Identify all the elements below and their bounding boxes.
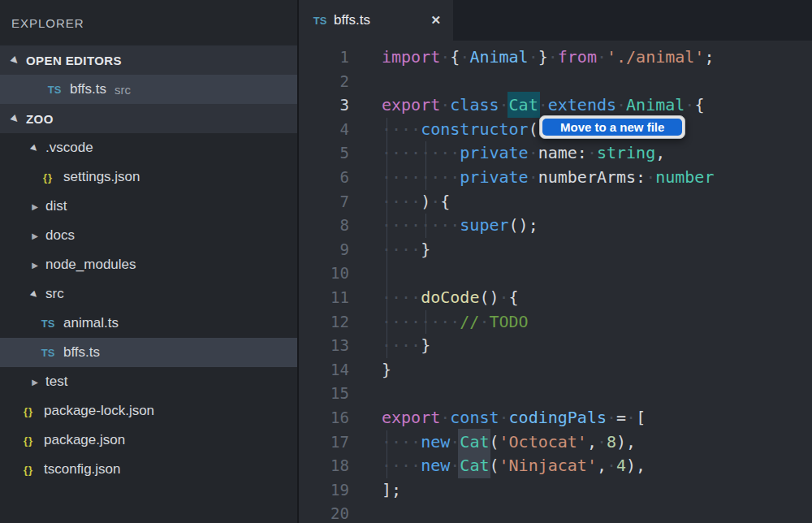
code-line-7: 7····)·{ [299, 190, 812, 214]
code-token: ···· [382, 119, 421, 139]
item-label: OPEN EDITORS [26, 54, 122, 67]
explorer-sidebar: EXPLORER ▶OPEN EDITORSTSbffs.tssrc▶ZOO▶.… [0, 0, 297, 523]
code-token: ; [704, 47, 714, 67]
sidebar-item-node-modules[interactable]: ▶node_modules [0, 250, 297, 279]
line-number: 7 [299, 190, 349, 214]
code-token: class [450, 95, 499, 115]
indent-guide [387, 238, 387, 262]
code-token: · [538, 95, 548, 115]
sidebar-item-docs[interactable]: ▶docs [0, 221, 297, 250]
sidebar-item-bffs-ts[interactable]: TSbffs.tssrc [0, 75, 297, 104]
tab-title: bffs.ts [334, 12, 370, 28]
code-token: private [460, 167, 528, 187]
item-label: .vscode [45, 140, 93, 156]
chevron-expanded-icon[interactable]: ▶ [28, 140, 42, 155]
code-token: new [421, 432, 450, 452]
chevron-collapsed-icon[interactable]: ▶ [29, 231, 41, 240]
code-token: · [597, 432, 607, 452]
code-token: ( [489, 456, 499, 475]
sidebar-item-settings-json[interactable]: {}settings.json [0, 162, 297, 192]
code-line-5: 5········private·name:·string, [299, 141, 812, 166]
code-token: export [382, 408, 440, 427]
item-label: animal.ts [63, 315, 119, 331]
sidebar-item-package-json[interactable]: {}package.json [0, 426, 297, 455]
code-token: · [430, 192, 440, 211]
chevron-collapsed-icon[interactable]: ▶ [29, 202, 41, 211]
indent-guide [387, 286, 387, 310]
code-line-15: 15 [299, 382, 812, 406]
chevron-expanded-icon[interactable]: ▶ [28, 287, 42, 301]
code-token: { [509, 287, 519, 307]
code-token: · [646, 167, 655, 187]
line-number: 20 [299, 502, 349, 523]
code-token: · [607, 408, 616, 427]
code-token: = [616, 408, 626, 427]
code-token: · [499, 287, 509, 307]
code-line-3: 3export·class·Cat·extends·Animal·{ [299, 93, 812, 118]
close-tab-icon[interactable]: ✕ [430, 13, 441, 28]
chevron-collapsed-icon[interactable]: ▶ [29, 261, 41, 270]
sidebar-item-animal-ts[interactable]: TSanimal.ts [0, 309, 297, 338]
line-number: 9 [299, 238, 349, 262]
section-header-open-editors[interactable]: ▶OPEN EDITORS [0, 45, 297, 75]
code-token: · [440, 95, 450, 115]
code-token: [ [636, 408, 646, 427]
typescript-file-icon: TS [39, 347, 57, 359]
chevron-expanded-icon[interactable]: ▶ [8, 53, 23, 67]
explorer-tree: ▶OPEN EDITORSTSbffs.tssrc▶ZOO▶.vscode{}s… [0, 45, 297, 484]
code-editor[interactable]: 1import·{·Animal·}·from·'./animal';23exp… [299, 41, 812, 523]
code-token: () [479, 287, 499, 307]
sidebar-item-src[interactable]: ▶src [0, 279, 297, 309]
code-token: · [626, 408, 636, 427]
code-action-move-to-new-file[interactable]: Move to a new file [542, 119, 682, 136]
sidebar-item-tsconfig-json[interactable]: {}tsconfig.json [0, 455, 297, 484]
code-token: TODO [489, 312, 528, 331]
code-token: // [460, 312, 479, 331]
json-file-icon: {} [39, 171, 57, 184]
sidebar-item-bffs-ts[interactable]: TSbffs.ts [0, 338, 297, 367]
line-number: 6 [299, 166, 349, 190]
sidebar-item-dist[interactable]: ▶dist [0, 192, 297, 221]
code-line-11: 11····doCode()·{ [299, 286, 812, 310]
sidebar-item--vscode[interactable]: ▶.vscode [0, 133, 297, 162]
code-token: ), [616, 432, 636, 452]
item-label: test [45, 374, 67, 390]
code-line-13: 13····} [299, 334, 812, 358]
code-token: ( [529, 119, 538, 139]
code-token: new [421, 456, 450, 475]
indent-guide [387, 430, 387, 455]
line-number: 2 [299, 70, 349, 94]
chevron-collapsed-icon[interactable]: ▶ [29, 378, 41, 387]
code-token: · [529, 143, 538, 162]
line-number: 14 [299, 358, 349, 383]
code-line-1: 1import·{·Animal·}·from·'./animal'; [299, 45, 812, 70]
typescript-file-icon: TS [39, 318, 57, 330]
code-token: ········ [382, 143, 460, 162]
sidebar-item-test[interactable]: ▶test [0, 367, 297, 396]
code-token: { [450, 47, 460, 67]
indent-guide [387, 454, 387, 478]
code-token: · [460, 47, 469, 67]
line-number: 13 [299, 334, 349, 358]
indent-guide [387, 310, 387, 335]
code-token: · [607, 456, 616, 475]
line-number: 15 [299, 382, 349, 406]
chevron-expanded-icon[interactable]: ▶ [8, 111, 23, 126]
line-number: 12 [299, 310, 349, 335]
code-token: · [548, 47, 558, 67]
section-header-zoo[interactable]: ▶ZOO [0, 104, 297, 133]
sidebar-item-package-lock-json[interactable]: {}package-lock.json [0, 396, 297, 426]
code-token: ···· [382, 335, 421, 355]
code-token: doCode [421, 287, 479, 307]
code-token: , [597, 456, 607, 475]
code-token: ········ [382, 167, 460, 187]
code-line-16: 16export·const·codingPals·=·[ [299, 406, 812, 430]
code-line-19: 19]; [299, 478, 812, 503]
json-file-icon: {} [19, 434, 37, 447]
tab-bffs-ts[interactable]: TS bffs.ts ✕ [299, 0, 453, 41]
code-token: private [460, 143, 528, 162]
vscode-window: EXPLORER ▶OPEN EDITORSTSbffs.tssrc▶ZOO▶.… [0, 0, 812, 523]
code-line-2: 2 [299, 70, 812, 94]
code-token: ···· [382, 192, 421, 211]
item-label: settings.json [63, 169, 140, 185]
